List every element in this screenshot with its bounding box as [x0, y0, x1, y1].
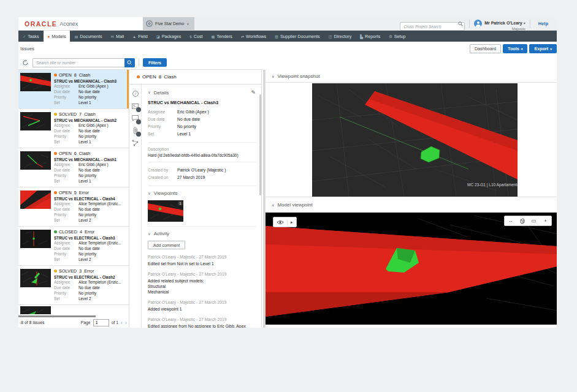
previous-page-icon[interactable]: ‹: [121, 320, 123, 326]
divider: [469, 20, 470, 28]
chevron-down-icon: ∨: [148, 90, 151, 95]
page-input[interactable]: [93, 319, 109, 326]
page-of: of 1: [112, 320, 118, 325]
chevron-down-icon: ∨: [148, 191, 151, 196]
issue-thumbnail: [20, 269, 51, 287]
issue-field: AssigneeEric Gibb (Apex ): [54, 83, 126, 89]
filters-button[interactable]: Filters: [143, 58, 167, 67]
refresh-icon[interactable]: [22, 59, 29, 66]
model-viewport[interactable]: ▸ ↔ ▭ +: [266, 213, 557, 325]
issue-list-item[interactable]: OPEN8Clash STRUC vs MECHANICAL - Clash3 …: [18, 70, 129, 109]
issue-field: AssigneeEric Gibb (Apex ): [54, 123, 126, 128]
snapshot-caption: MC 23-G1 | L10 Apartamento: [467, 183, 518, 187]
user-avatar: [474, 20, 482, 28]
issue-list-item[interactable]: OPEN6Clash STRUC vs MECHANICAL - Clash1 …: [18, 148, 129, 187]
details-section-header[interactable]: ∨ Details ✎: [148, 89, 256, 96]
viewport-tools-toolbar: ↔ ▭ +: [504, 216, 552, 226]
edit-pencil-icon[interactable]: ✎: [251, 89, 256, 96]
comments-icon[interactable]: [132, 115, 139, 122]
paperclip-icon[interactable]: [132, 127, 139, 134]
issue-status-line: OPEN5Error: [54, 190, 126, 195]
project-avatar-icon: [146, 20, 153, 27]
chevron-down-icon: ∨: [272, 74, 274, 78]
issue-summary: CLOSED4Error STRUC vs ELECTRICAL - Clash…: [54, 229, 126, 262]
viewpoints-icon[interactable]: [132, 102, 139, 110]
field-label: Set: [54, 100, 78, 105]
viewpoint-snapshot-image[interactable]: MC 23-G1 | L10 Apartamento: [312, 83, 518, 197]
tab-label: Tasks: [28, 34, 39, 39]
field-value: Eric Gibb (Apex ): [78, 83, 109, 89]
project-selector[interactable]: Five Star Demo ∨: [143, 17, 194, 30]
tab-cost[interactable]: $Cost: [185, 31, 207, 42]
oracle-wordmark: ORACLE: [25, 20, 57, 28]
issues-search-input[interactable]: [32, 58, 124, 67]
issue-type: Error: [85, 229, 94, 235]
chevron-down-icon: ▾: [521, 47, 523, 51]
section-box-icon[interactable]: ▭: [528, 216, 540, 225]
expand-right-icon[interactable]: ▸: [287, 220, 296, 225]
dashboard-button[interactable]: Dashboard: [470, 44, 501, 53]
tab-documents[interactable]: ▤Documents: [70, 31, 106, 42]
cost-icon: $: [189, 34, 191, 39]
tab-workflows[interactable]: ⇄Workflows: [237, 31, 270, 42]
issue-status-line: OPEN8Clash: [54, 72, 126, 78]
export-button[interactable]: Export▾: [529, 44, 557, 53]
viewpoint-snapshot-header[interactable]: ∨ Viewpoint snapshot: [266, 70, 557, 83]
product-name: Aconex: [59, 21, 78, 27]
activity-text: Edited assignee from No assignee to Eric…: [148, 323, 256, 328]
tasks-icon: ✓: [23, 34, 26, 39]
add-comment-button[interactable]: Add comment: [148, 241, 185, 249]
issue-list-item[interactable]: OPEN5Error STRUC vs ELECTRICAL - Clash4 …: [18, 187, 129, 227]
search-icon[interactable]: [458, 21, 463, 26]
tab-supplier-documents[interactable]: ▥Supplier Documents: [270, 31, 324, 42]
eye-icon[interactable]: [273, 220, 287, 225]
tab-mail[interactable]: ✉Mail: [107, 31, 128, 42]
field-label: Set: [54, 257, 78, 262]
tab-tenders[interactable]: ▦Tenders: [207, 31, 236, 42]
issue-title: STRUC vs MECHANICAL - Clash3: [54, 79, 126, 83]
cross-project-search-input[interactable]: [400, 22, 465, 31]
tab-directory[interactable]: ◫Directory: [324, 31, 356, 42]
selected-indicator: [127, 70, 129, 108]
pan-icon[interactable]: ↔: [505, 216, 516, 225]
tools-button[interactable]: Tools▾: [503, 44, 527, 53]
issue-list-item[interactable]: SOLVED7Clash STRUC vs MECHANICAL - Clash…: [18, 109, 129, 148]
viewpoint-thumbnail[interactable]: 1: [148, 200, 183, 222]
next-page-icon[interactable]: ›: [125, 320, 127, 326]
user-menu[interactable]: Mr Patrick O'Leary▾ Majestic: [474, 17, 525, 31]
info-icon[interactable]: i: [132, 90, 139, 97]
issue-thumbnail: [20, 73, 51, 91]
zoom-in-icon[interactable]: +: [540, 216, 551, 225]
project-name: Five Star Demo: [155, 21, 184, 26]
issue-list-item[interactable]: SOLVED3Error STRUC vs ELECTRICAL - Clash…: [18, 266, 129, 305]
related-models-icon[interactable]: [132, 139, 139, 146]
cube-icon[interactable]: [516, 216, 528, 225]
issue-field: PriorityNo priority: [54, 290, 126, 296]
export-label: Export: [534, 46, 548, 51]
tab-setup[interactable]: ⚙Setup: [384, 31, 410, 42]
vertical-scrollbar[interactable]: [259, 94, 261, 195]
tab-models[interactable]: ●Models: [44, 31, 71, 42]
activity-entry: Patrick O'Leary - Majestic - 27 March 20…: [148, 317, 256, 328]
top-bar: ORACLE Aconex Five Star Demo ∨ Mr Patric…: [18, 17, 557, 31]
issues-search-button[interactable]: [124, 58, 135, 67]
field-label: Set: [54, 139, 78, 145]
tab-field[interactable]: ▲Field: [128, 31, 152, 42]
viewpoints-section-header[interactable]: ∨ Viewpoints: [148, 190, 256, 196]
tab-reports[interactable]: ▙Reports: [356, 31, 384, 42]
help-link[interactable]: Help: [535, 21, 552, 26]
issue-type: Error: [84, 268, 94, 274]
issue-list-item[interactable]: CLOSED4Error STRUC vs ELECTRICAL - Clash…: [18, 227, 129, 266]
issue-list-item-partial[interactable]: [18, 305, 129, 314]
field-label: Due date: [54, 285, 78, 290]
tab-label: Mail: [116, 34, 124, 39]
viewpoint-snapshot-zone: MC 23-G1 | L10 Apartamento: [266, 83, 557, 197]
issue-thumbnail: [20, 151, 51, 170]
issue-number: 3: [79, 268, 82, 274]
tab-packages[interactable]: ◪Packages: [152, 31, 185, 42]
tab-tasks[interactable]: ✓Tasks: [18, 31, 44, 42]
model-viewpoint-header[interactable]: ∨ Model viewpoint: [266, 197, 557, 213]
horizontal-scrollbar[interactable]: [18, 315, 96, 317]
count-badge: [136, 119, 141, 124]
activity-section-header[interactable]: ∨ Activity: [148, 231, 256, 236]
